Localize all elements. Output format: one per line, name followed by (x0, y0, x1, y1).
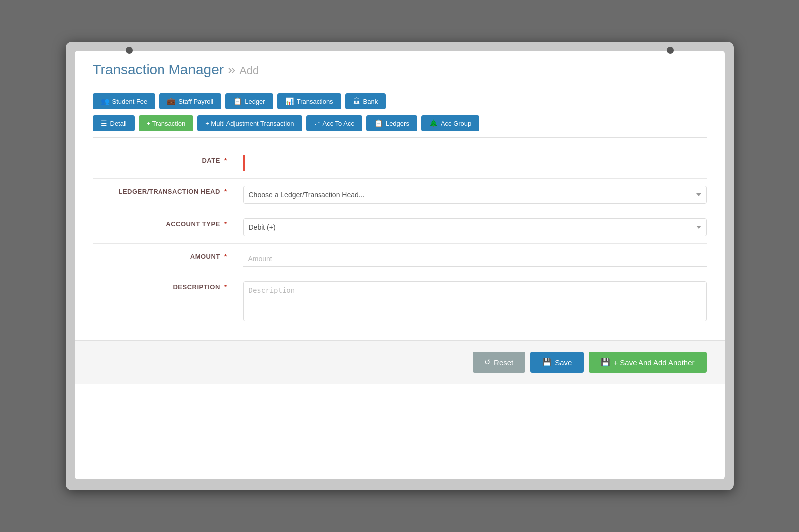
nav-btn-student-fee[interactable]: 👥 Student Fee (93, 93, 156, 109)
footer-section: ↺ Reset 💾 Save 💾 + Save And Add Another (75, 340, 725, 384)
save-add-button[interactable]: 💾 + Save And Add Another (589, 352, 706, 373)
form-section: DATE * LEDGER/TRANSACTION HEAD * Choose … (75, 138, 725, 340)
ledgers-icon: 📋 (374, 119, 383, 127)
nav-btn-ledgers[interactable]: 📋 Ledgers (366, 115, 417, 131)
account-type-select[interactable]: Debit (+) Credit (-) (243, 218, 707, 236)
screw-right (667, 47, 674, 54)
ledger-head-select[interactable]: Choose a Ledger/Transaction Head... (243, 186, 707, 204)
description-textarea[interactable] (243, 281, 707, 321)
date-required: * (224, 157, 227, 164)
reset-icon: ↺ (484, 358, 491, 367)
amount-control-wrap (237, 244, 707, 274)
window-content: Transaction Manager » Add 👥 Student Fee … (75, 51, 725, 479)
amount-label: AMOUNT * (93, 244, 237, 269)
nav-btn-transactions[interactable]: 📊 Transactions (277, 93, 341, 109)
ledger-icon: 📋 (233, 97, 242, 105)
save-button[interactable]: 💾 Save (530, 352, 584, 373)
screw-left (126, 47, 133, 54)
window-frame: Transaction Manager » Add 👥 Student Fee … (66, 42, 734, 490)
page-title: Transaction Manager » Add (93, 62, 707, 78)
detail-icon: ☰ (101, 119, 107, 127)
date-input[interactable] (243, 155, 707, 171)
ledger-head-control-wrap: Choose a Ledger/Transaction Head... (237, 179, 707, 211)
amount-row: AMOUNT * (93, 244, 707, 274)
reset-button[interactable]: ↺ Reset (473, 352, 525, 373)
ledger-head-row: LEDGER/TRANSACTION HEAD * Choose a Ledge… (93, 179, 707, 211)
description-control-wrap (237, 274, 707, 330)
description-label: DESCRIPTION * (93, 274, 237, 300)
save-label: Save (555, 358, 572, 367)
save-icon: 💾 (542, 358, 552, 367)
account-type-row: ACCOUNT TYPE * Debit (+) Credit (-) (93, 211, 707, 244)
acc-group-icon: 🌲 (429, 119, 438, 127)
nav-btn-acc-group[interactable]: 🌲 Acc Group (421, 115, 479, 131)
nav-row-1: 👥 Student Fee 💼 Staff Payroll 📋 Ledger 📊… (93, 93, 707, 109)
ledger-required: * (224, 188, 227, 195)
nav-btn-multi-adjustment[interactable]: + Multi Adjustment Transaction (197, 115, 302, 131)
description-row: DESCRIPTION * (93, 274, 707, 330)
account-type-control-wrap: Debit (+) Credit (-) (237, 211, 707, 243)
save-add-icon: 💾 (601, 358, 610, 367)
breadcrumb-page: Add (239, 64, 259, 77)
date-label: DATE * (93, 148, 237, 173)
nav-btn-ledger[interactable]: 📋 Ledger (225, 93, 273, 109)
amount-required: * (224, 253, 227, 260)
transactions-icon: 📊 (285, 97, 294, 105)
ledger-head-label: LEDGER/TRANSACTION HEAD * (93, 179, 237, 204)
description-required: * (224, 283, 227, 291)
nav-section: 👥 Student Fee 💼 Staff Payroll 📋 Ledger 📊… (75, 85, 725, 137)
account-type-required: * (224, 220, 227, 228)
breadcrumb-separator: » (228, 62, 239, 77)
nav-btn-bank[interactable]: 🏛 Bank (345, 93, 386, 109)
students-icon: 👥 (101, 97, 109, 105)
nav-btn-detail[interactable]: ☰ Detail (93, 115, 135, 131)
title-text: Transaction Manager (93, 62, 224, 77)
date-control-wrap (237, 148, 707, 178)
nav-btn-staff-payroll[interactable]: 💼 Staff Payroll (159, 93, 221, 109)
nav-btn-acc-to-acc[interactable]: ⇌ Acc To Acc (306, 115, 362, 131)
save-add-label: + Save And Add Another (613, 358, 694, 367)
nav-row-2: ☰ Detail + Transaction + Multi Adjustmen… (93, 115, 707, 131)
transfer-icon: ⇌ (314, 119, 320, 127)
reset-label: Reset (494, 358, 513, 367)
page-header: Transaction Manager » Add (75, 51, 725, 85)
nav-btn-transaction[interactable]: + Transaction (139, 115, 193, 131)
payroll-icon: 💼 (167, 97, 175, 105)
date-row: DATE * (93, 148, 707, 179)
bank-icon: 🏛 (353, 97, 360, 105)
account-type-label: ACCOUNT TYPE * (93, 211, 237, 237)
amount-input[interactable] (243, 251, 707, 267)
